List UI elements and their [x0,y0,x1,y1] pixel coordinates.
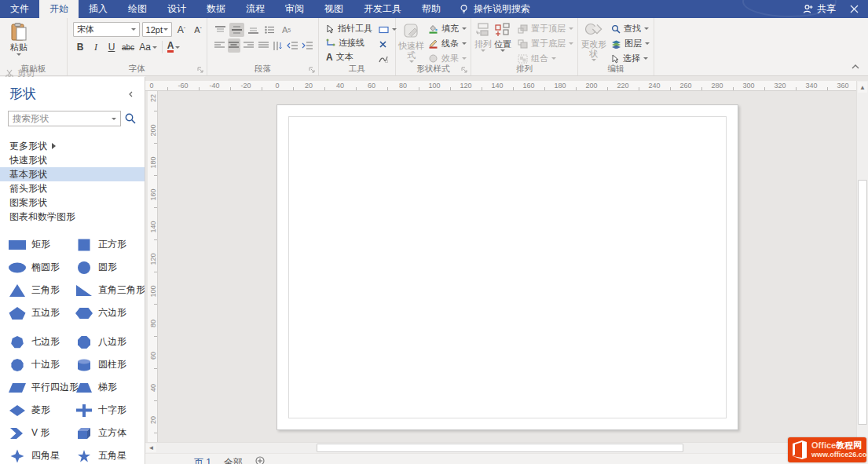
bullets-button[interactable] [262,23,277,37]
h-ruler-label: 160 [522,82,534,90]
font-size-combo[interactable]: 12pt [142,22,172,37]
shape-item-cross[interactable]: 十字形 [67,399,134,422]
vertical-scrollbar[interactable]: ▲ ▼ [856,81,868,453]
align-center-button[interactable] [228,38,241,53]
tab-9[interactable]: 开发工具 [353,0,412,18]
shape-category-5[interactable]: 图表和数学图形 [0,210,145,224]
tab-file[interactable]: 文件 [0,0,39,18]
shape-category-2[interactable]: 基本形状 [0,167,145,181]
shape-item-diamond[interactable]: 菱形 [0,399,67,422]
close-icon[interactable] [850,5,859,13]
shape-item-heptagon[interactable]: 七边形 [0,331,67,353]
shape-category-4[interactable]: 图案形状 [0,195,145,210]
text-size-button[interactable]: A5 [279,23,294,37]
font-dialog-launcher[interactable] [197,67,204,74]
layers-button[interactable]: 图层 [609,37,652,50]
text-tool-button[interactable]: A 文本 [324,50,374,64]
paragraph-dialog-launcher[interactable] [309,67,316,74]
shape-item-star4[interactable]: 四角星 [0,444,67,464]
shape-category-3[interactable]: 箭头形状 [0,181,145,195]
align-right-button[interactable] [242,38,255,53]
shape-item-rect[interactable]: 矩形 [0,233,67,256]
rectangle-tool-button[interactable] [377,23,398,36]
shape-item-triangle[interactable]: 三角形 [0,279,67,301]
connection-point-tool-button[interactable] [377,38,398,51]
change-case-button[interactable]: Aa [137,40,159,54]
justify-button[interactable] [257,38,270,53]
shape-item-pentagon[interactable]: 五边形 [0,301,67,324]
vertical-scroll-thumb[interactable] [858,180,867,425]
collapse-panel-icon[interactable] [127,90,135,98]
shape-item-circle[interactable]: 圆形 [67,256,134,279]
underline-button[interactable]: U [104,40,119,54]
shape-category-1[interactable]: 快速形状 [0,153,145,167]
shrink-font-button[interactable]: Aˇ [191,23,205,37]
horizontal-scroll-thumb[interactable] [317,444,683,452]
shape-item-hexagon[interactable]: 六边形 [67,301,134,324]
quick-styles-button[interactable]: 快速样式 [398,20,424,65]
connector-button[interactable]: 连接线 [324,36,374,49]
tab-8[interactable]: 视图 [314,0,353,18]
shape-item-cylinder[interactable]: 圆柱形 [67,353,134,376]
all-pages-tab[interactable]: 全部 [224,456,243,464]
find-button[interactable]: 查找 [609,22,652,35]
shape-item-square[interactable]: 正方形 [67,233,134,256]
decrease-indent-button[interactable] [286,38,299,53]
tab-6[interactable]: 流程 [236,0,275,18]
search-icon[interactable] [124,112,137,125]
tab-7[interactable]: 审阅 [275,0,314,18]
shape-item-trapezoid[interactable]: 梯形 [67,376,134,399]
fill-button[interactable]: 填充 [426,22,469,35]
scroll-left-button[interactable]: ◄ [146,444,156,452]
shape-item-parallelogram[interactable]: 平行四边形 [0,376,67,399]
font-color-button[interactable]: A [166,40,182,54]
strikethrough-button[interactable]: abc [120,40,136,54]
shape-item-star5[interactable]: 五角星 [67,444,134,464]
bold-button[interactable]: B [73,40,87,54]
star5-icon [75,449,93,463]
grow-font-button[interactable]: Aˆ [174,23,189,37]
shape-category-0[interactable]: 更多形状 [0,139,145,153]
page-tab[interactable]: 页 1 [194,456,211,464]
horizontal-scrollbar[interactable]: ◄ [145,442,856,453]
insert-page-icon[interactable] [255,456,265,464]
tell-me-box[interactable]: 操作说明搜索 [451,0,538,18]
line-button[interactable]: 线条 [426,37,469,50]
increase-indent-button[interactable] [300,38,313,53]
search-shapes-input[interactable]: 搜索形状 [8,111,121,126]
fill-icon [428,24,438,34]
tab-2[interactable]: 插入 [79,0,118,18]
position-button[interactable]: 位置 [493,20,512,65]
shape-item-right-triangle[interactable]: 直角三角形 [67,279,134,301]
drawing-page[interactable] [277,104,738,430]
align-bottom-button[interactable] [246,23,261,37]
tab-4[interactable]: 设计 [157,0,196,18]
shape-item-octagon[interactable]: 八边形 [67,331,134,353]
send-to-back-button[interactable]: 置于底层 [515,37,576,50]
shape-item-ellipse[interactable]: 椭圆形 [0,256,67,279]
ribbon-group-tools: 指针工具 连接线 A 文本 [319,18,396,75]
collapse-ribbon-button[interactable] [849,62,862,71]
drawing-canvas-area: 0-60-40-20020406080100120140160180200220… [145,76,868,464]
align-button[interactable]: 排列 [474,20,493,65]
change-shape-button[interactable]: 更改形状 [580,20,607,65]
align-left-button[interactable] [213,38,226,53]
pointer-tool-button[interactable]: 指针工具 [324,22,374,35]
paste-button[interactable]: 粘贴 [2,20,35,65]
bring-to-front-button[interactable]: 置于顶层 [515,22,576,35]
text-direction-button[interactable] [271,38,284,53]
tab-5[interactable]: 数据 [196,0,236,18]
shape-style-dialog-launcher[interactable] [461,67,468,74]
shape-item-chevron[interactable]: V 形 [0,422,67,444]
tab-3[interactable]: 绘图 [118,0,157,18]
tab-1[interactable]: 开始 [39,0,79,18]
shape-item-cube[interactable]: 立方体 [67,422,134,444]
italic-button[interactable]: I [89,40,103,54]
tab-10[interactable]: 帮助 [412,0,451,18]
scroll-up-button[interactable]: ▲ [858,82,867,93]
align-middle-button[interactable] [229,23,244,37]
shape-item-decagon[interactable]: 十边形 [0,353,67,376]
align-top-button[interactable] [213,23,228,37]
shape-item-label: 菱形 [31,404,50,417]
font-name-combo[interactable]: 宋体 [73,22,140,37]
